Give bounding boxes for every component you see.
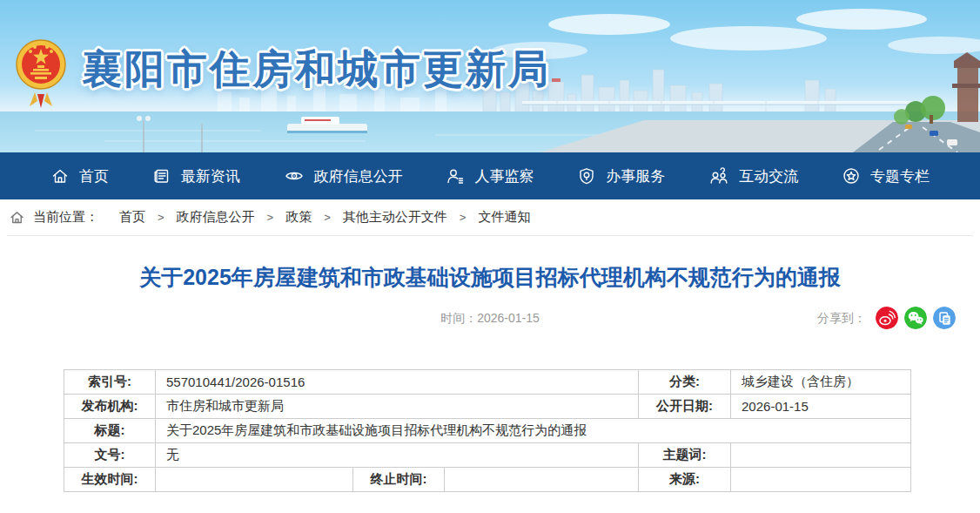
nav-item-label: 政府信息公开 <box>314 166 403 186</box>
table-row: 文号: 无 主题词: <box>64 443 911 468</box>
home-icon <box>9 209 25 226</box>
breadcrumb: 当前位置： 首页 > 政府信息公开 > 政策 > 其他主动公开文件 > 文件通知 <box>7 199 973 236</box>
publisher-value: 市住房和城市更新局 <box>156 395 639 419</box>
main-nav: 首页 最新资讯 政府信息公开 人事监察 办事服务 <box>0 152 980 199</box>
category-value: 城乡建设（含住房） <box>731 370 911 395</box>
site-title: 襄阳市住房和城市更新局 <box>82 43 551 97</box>
effective-date-label: 生效时间: <box>64 468 156 492</box>
nav-item-label: 最新资讯 <box>181 166 240 186</box>
site-banner: 襄阳市住房和城市更新局 <box>0 0 980 152</box>
breadcrumb-item-notices[interactable]: 文件通知 <box>478 209 530 226</box>
expiry-date-value <box>445 468 639 492</box>
wechat-share-button[interactable] <box>904 307 927 329</box>
nav-item-label: 人事监察 <box>474 166 534 186</box>
article-meta-row: 时间：2026-01-15 分享到： <box>0 305 980 331</box>
national-emblem-logo <box>14 30 68 110</box>
breadcrumb-separator: > <box>460 211 467 224</box>
doc-title-value: 关于2025年房屋建筑和市政基础设施项目招标代理机构不规范行为的通报 <box>156 419 911 443</box>
source-label: 来源: <box>639 468 731 492</box>
site-brand: 襄阳市住房和城市更新局 <box>14 30 551 110</box>
breadcrumb-item-home[interactable]: 首页 <box>119 209 145 226</box>
breadcrumb-item-gov-info[interactable]: 政府信息公开 <box>177 209 255 226</box>
share-bar: 分享到： <box>817 307 956 329</box>
nav-item-news[interactable]: 最新资讯 <box>152 166 240 186</box>
source-value <box>731 468 911 492</box>
nav-item-label: 互动交流 <box>739 166 798 186</box>
news-icon <box>152 166 171 186</box>
shield-icon <box>577 166 596 186</box>
publish-date-value: 2026-01-15 <box>731 395 911 419</box>
doc-title-label: 标题: <box>64 419 156 443</box>
publish-date-label: 公开日期: <box>639 395 731 419</box>
index-no-value: 557010441/2026-01516 <box>156 370 639 395</box>
nav-item-label: 专题专栏 <box>870 166 930 186</box>
keywords-value <box>731 443 911 468</box>
nav-item-services[interactable]: 办事服务 <box>577 166 665 186</box>
star-circle-icon <box>842 166 861 186</box>
nav-item-label: 办事服务 <box>606 166 665 186</box>
index-no-label: 索引号: <box>64 370 156 395</box>
doc-no-value: 无 <box>156 443 639 468</box>
nav-item-special-topics[interactable]: 专题专栏 <box>842 166 930 186</box>
table-row: 索引号: 557010441/2026-01516 分类: 城乡建设（含住房） <box>64 370 911 395</box>
breadcrumb-separator: > <box>158 211 164 224</box>
nav-item-home[interactable]: 首页 <box>50 166 109 186</box>
home-icon <box>50 166 70 186</box>
time-label: 时间： <box>440 311 477 325</box>
nav-item-personnel[interactable]: 人事监察 <box>446 166 534 186</box>
breadcrumb-item-other-docs[interactable]: 其他主动公开文件 <box>343 209 447 226</box>
people-chat-icon <box>708 166 729 186</box>
breadcrumb-label: 当前位置： <box>33 209 98 226</box>
person-icon <box>446 166 465 186</box>
nav-item-gov-info[interactable]: 政府信息公开 <box>284 166 403 186</box>
document-meta-table: 索引号: 557010441/2026-01516 分类: 城乡建设（含住房） … <box>64 369 911 492</box>
nav-item-label: 首页 <box>79 166 109 186</box>
breadcrumb-separator: > <box>324 211 331 224</box>
time-value: 2026-01-15 <box>477 311 540 325</box>
table-row: 标题: 关于2025年房屋建筑和市政基础设施项目招标代理机构不规范行为的通报 <box>64 419 911 443</box>
table-row: 生效时间: 终止时间: 来源: <box>64 468 911 492</box>
breadcrumb-separator: > <box>267 211 274 224</box>
publisher-label: 发布机构: <box>64 395 156 419</box>
share-label: 分享到： <box>817 307 866 329</box>
doc-no-label: 文号: <box>64 443 156 468</box>
weibo-share-button[interactable] <box>876 307 898 329</box>
page-title: 关于2025年房屋建筑和市政基础设施项目招标代理机构不规范行为的通报 <box>35 262 945 292</box>
article-content: 关于2025年房屋建筑和市政基础设施项目招标代理机构不规范行为的通报 时间：20… <box>0 262 980 492</box>
copy-link-share-button[interactable] <box>933 307 956 329</box>
expiry-date-label: 终止时间: <box>353 468 445 492</box>
breadcrumb-item-policy[interactable]: 政策 <box>285 209 312 226</box>
category-label: 分类: <box>639 370 731 395</box>
keywords-label: 主题词: <box>639 443 731 468</box>
effective-date-value <box>156 468 353 492</box>
publish-time: 时间：2026-01-15 <box>440 311 540 325</box>
table-row: 发布机构: 市住房和城市更新局 公开日期: 2026-01-15 <box>64 395 911 419</box>
eye-icon <box>284 166 305 186</box>
nav-item-interaction[interactable]: 互动交流 <box>708 166 798 186</box>
